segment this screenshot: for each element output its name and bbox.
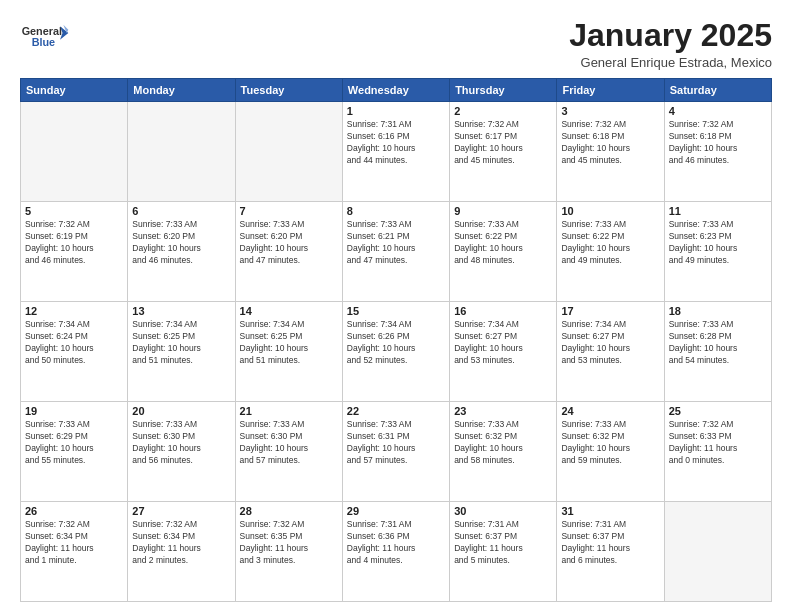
day-number: 20 — [132, 405, 230, 417]
day-number: 7 — [240, 205, 338, 217]
day-info: Sunrise: 7:34 AMSunset: 6:26 PMDaylight:… — [347, 319, 445, 367]
day-info: Sunrise: 7:34 AMSunset: 6:27 PMDaylight:… — [561, 319, 659, 367]
month-title: January 2025 — [569, 18, 772, 53]
day-number: 15 — [347, 305, 445, 317]
day-number: 22 — [347, 405, 445, 417]
table-row: 17Sunrise: 7:34 AMSunset: 6:27 PMDayligh… — [557, 302, 664, 402]
day-info: Sunrise: 7:33 AMSunset: 6:28 PMDaylight:… — [669, 319, 767, 367]
day-number: 30 — [454, 505, 552, 517]
col-tuesday: Tuesday — [235, 79, 342, 102]
table-row: 6Sunrise: 7:33 AMSunset: 6:20 PMDaylight… — [128, 202, 235, 302]
day-info: Sunrise: 7:31 AMSunset: 6:36 PMDaylight:… — [347, 519, 445, 567]
day-number: 21 — [240, 405, 338, 417]
day-info: Sunrise: 7:33 AMSunset: 6:20 PMDaylight:… — [240, 219, 338, 267]
table-row: 25Sunrise: 7:32 AMSunset: 6:33 PMDayligh… — [664, 402, 771, 502]
day-info: Sunrise: 7:33 AMSunset: 6:23 PMDaylight:… — [669, 219, 767, 267]
table-row: 8Sunrise: 7:33 AMSunset: 6:21 PMDaylight… — [342, 202, 449, 302]
day-info: Sunrise: 7:34 AMSunset: 6:24 PMDaylight:… — [25, 319, 123, 367]
header: General Blue January 2025 General Enriqu… — [20, 18, 772, 70]
day-info: Sunrise: 7:32 AMSunset: 6:34 PMDaylight:… — [25, 519, 123, 567]
table-row: 20Sunrise: 7:33 AMSunset: 6:30 PMDayligh… — [128, 402, 235, 502]
day-info: Sunrise: 7:33 AMSunset: 6:29 PMDaylight:… — [25, 419, 123, 467]
day-info: Sunrise: 7:32 AMSunset: 6:17 PMDaylight:… — [454, 119, 552, 167]
calendar-week-row: 5Sunrise: 7:32 AMSunset: 6:19 PMDaylight… — [21, 202, 772, 302]
col-thursday: Thursday — [450, 79, 557, 102]
col-monday: Monday — [128, 79, 235, 102]
table-row — [235, 102, 342, 202]
calendar-week-row: 26Sunrise: 7:32 AMSunset: 6:34 PMDayligh… — [21, 502, 772, 602]
calendar-header-row: Sunday Monday Tuesday Wednesday Thursday… — [21, 79, 772, 102]
day-info: Sunrise: 7:33 AMSunset: 6:22 PMDaylight:… — [561, 219, 659, 267]
title-block: January 2025 General Enrique Estrada, Me… — [569, 18, 772, 70]
table-row: 1Sunrise: 7:31 AMSunset: 6:16 PMDaylight… — [342, 102, 449, 202]
day-info: Sunrise: 7:32 AMSunset: 6:33 PMDaylight:… — [669, 419, 767, 467]
table-row: 24Sunrise: 7:33 AMSunset: 6:32 PMDayligh… — [557, 402, 664, 502]
day-number: 31 — [561, 505, 659, 517]
day-number: 25 — [669, 405, 767, 417]
table-row: 22Sunrise: 7:33 AMSunset: 6:31 PMDayligh… — [342, 402, 449, 502]
table-row: 18Sunrise: 7:33 AMSunset: 6:28 PMDayligh… — [664, 302, 771, 402]
day-number: 4 — [669, 105, 767, 117]
page: General Blue January 2025 General Enriqu… — [0, 0, 792, 612]
day-info: Sunrise: 7:34 AMSunset: 6:25 PMDaylight:… — [132, 319, 230, 367]
day-number: 28 — [240, 505, 338, 517]
day-number: 5 — [25, 205, 123, 217]
day-number: 8 — [347, 205, 445, 217]
table-row: 23Sunrise: 7:33 AMSunset: 6:32 PMDayligh… — [450, 402, 557, 502]
col-wednesday: Wednesday — [342, 79, 449, 102]
table-row — [21, 102, 128, 202]
calendar-week-row: 12Sunrise: 7:34 AMSunset: 6:24 PMDayligh… — [21, 302, 772, 402]
day-number: 10 — [561, 205, 659, 217]
day-number: 23 — [454, 405, 552, 417]
day-number: 1 — [347, 105, 445, 117]
table-row: 11Sunrise: 7:33 AMSunset: 6:23 PMDayligh… — [664, 202, 771, 302]
day-info: Sunrise: 7:33 AMSunset: 6:31 PMDaylight:… — [347, 419, 445, 467]
day-info: Sunrise: 7:31 AMSunset: 6:37 PMDaylight:… — [454, 519, 552, 567]
table-row: 27Sunrise: 7:32 AMSunset: 6:34 PMDayligh… — [128, 502, 235, 602]
day-number: 19 — [25, 405, 123, 417]
day-number: 13 — [132, 305, 230, 317]
day-number: 14 — [240, 305, 338, 317]
day-info: Sunrise: 7:34 AMSunset: 6:27 PMDaylight:… — [454, 319, 552, 367]
table-row: 15Sunrise: 7:34 AMSunset: 6:26 PMDayligh… — [342, 302, 449, 402]
generalblue-logo-icon: General Blue — [20, 18, 70, 58]
day-info: Sunrise: 7:32 AMSunset: 6:18 PMDaylight:… — [561, 119, 659, 167]
table-row: 30Sunrise: 7:31 AMSunset: 6:37 PMDayligh… — [450, 502, 557, 602]
day-info: Sunrise: 7:33 AMSunset: 6:22 PMDaylight:… — [454, 219, 552, 267]
calendar-week-row: 1Sunrise: 7:31 AMSunset: 6:16 PMDaylight… — [21, 102, 772, 202]
day-info: Sunrise: 7:32 AMSunset: 6:35 PMDaylight:… — [240, 519, 338, 567]
logo: General Blue — [20, 18, 70, 58]
col-saturday: Saturday — [664, 79, 771, 102]
day-number: 9 — [454, 205, 552, 217]
table-row: 10Sunrise: 7:33 AMSunset: 6:22 PMDayligh… — [557, 202, 664, 302]
table-row: 14Sunrise: 7:34 AMSunset: 6:25 PMDayligh… — [235, 302, 342, 402]
day-info: Sunrise: 7:33 AMSunset: 6:21 PMDaylight:… — [347, 219, 445, 267]
day-info: Sunrise: 7:32 AMSunset: 6:19 PMDaylight:… — [25, 219, 123, 267]
day-info: Sunrise: 7:33 AMSunset: 6:32 PMDaylight:… — [561, 419, 659, 467]
day-number: 16 — [454, 305, 552, 317]
table-row: 12Sunrise: 7:34 AMSunset: 6:24 PMDayligh… — [21, 302, 128, 402]
day-number: 29 — [347, 505, 445, 517]
calendar-table: Sunday Monday Tuesday Wednesday Thursday… — [20, 78, 772, 602]
table-row: 2Sunrise: 7:32 AMSunset: 6:17 PMDaylight… — [450, 102, 557, 202]
col-sunday: Sunday — [21, 79, 128, 102]
day-info: Sunrise: 7:33 AMSunset: 6:30 PMDaylight:… — [132, 419, 230, 467]
day-info: Sunrise: 7:33 AMSunset: 6:20 PMDaylight:… — [132, 219, 230, 267]
day-info: Sunrise: 7:34 AMSunset: 6:25 PMDaylight:… — [240, 319, 338, 367]
table-row: 4Sunrise: 7:32 AMSunset: 6:18 PMDaylight… — [664, 102, 771, 202]
table-row — [664, 502, 771, 602]
table-row: 28Sunrise: 7:32 AMSunset: 6:35 PMDayligh… — [235, 502, 342, 602]
day-number: 3 — [561, 105, 659, 117]
day-info: Sunrise: 7:32 AMSunset: 6:34 PMDaylight:… — [132, 519, 230, 567]
table-row: 3Sunrise: 7:32 AMSunset: 6:18 PMDaylight… — [557, 102, 664, 202]
table-row: 19Sunrise: 7:33 AMSunset: 6:29 PMDayligh… — [21, 402, 128, 502]
table-row: 29Sunrise: 7:31 AMSunset: 6:36 PMDayligh… — [342, 502, 449, 602]
day-info: Sunrise: 7:31 AMSunset: 6:16 PMDaylight:… — [347, 119, 445, 167]
table-row — [128, 102, 235, 202]
day-info: Sunrise: 7:33 AMSunset: 6:32 PMDaylight:… — [454, 419, 552, 467]
table-row: 16Sunrise: 7:34 AMSunset: 6:27 PMDayligh… — [450, 302, 557, 402]
day-number: 24 — [561, 405, 659, 417]
day-info: Sunrise: 7:31 AMSunset: 6:37 PMDaylight:… — [561, 519, 659, 567]
day-number: 27 — [132, 505, 230, 517]
table-row: 9Sunrise: 7:33 AMSunset: 6:22 PMDaylight… — [450, 202, 557, 302]
